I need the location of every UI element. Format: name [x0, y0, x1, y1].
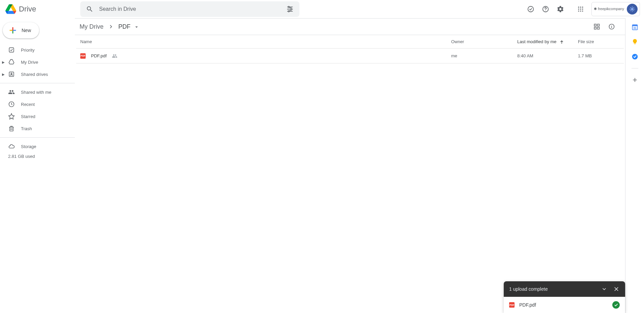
svg-rect-21	[597, 24, 599, 26]
toast-title: 1 upload complete	[509, 286, 548, 292]
col-owner[interactable]: Owner	[451, 39, 517, 44]
svg-point-2	[291, 8, 292, 10]
drive-logo-icon	[5, 4, 16, 15]
sidebar-item-label: Storage	[21, 144, 36, 149]
org-chip[interactable]: ✱ freepikcompany	[591, 2, 640, 16]
cell-modified: 8:40 AM	[517, 53, 578, 58]
upload-toast: 1 upload complete PDF PDF.pdf	[504, 281, 625, 313]
toast-row[interactable]: PDF PDF.pdf	[504, 297, 625, 313]
search-box[interactable]	[80, 1, 299, 17]
svg-point-14	[580, 10, 581, 11]
svg-text:31: 31	[633, 26, 637, 30]
avatar[interactable]	[627, 4, 638, 15]
keep-icon[interactable]	[632, 38, 638, 45]
my-drive-icon	[8, 59, 15, 65]
header: Drive ✱ fr	[0, 0, 644, 18]
svg-point-25	[611, 25, 612, 26]
check-icon	[612, 301, 620, 309]
new-button-label: New	[22, 28, 31, 33]
file-name: PDF.pdf	[91, 53, 107, 58]
collapse-icon[interactable]	[598, 283, 610, 295]
file-table: Name Owner Last modified by me File size…	[75, 35, 625, 63]
sidebar-item-starred[interactable]: Starred	[0, 110, 75, 122]
sidebar-item-storage[interactable]: Storage	[0, 140, 75, 152]
cell-size: 1.7 MB	[578, 53, 618, 58]
sidebar-item-shared-with-me[interactable]: Shared with me	[0, 86, 75, 98]
search-input[interactable]	[96, 6, 283, 12]
cloud-icon	[8, 143, 15, 150]
chevron-right-icon[interactable]: ▶	[2, 60, 5, 64]
org-label: ✱ freepikcompany	[594, 7, 624, 11]
grid-view-icon[interactable]	[590, 20, 604, 33]
tasks-icon[interactable]	[632, 53, 638, 60]
main: My Drive PDF	[75, 18, 625, 313]
svg-point-13	[578, 10, 579, 11]
cell-name: PDF PDF.pdf	[80, 53, 451, 59]
pdf-icon: PDF	[509, 302, 515, 308]
svg-point-9	[582, 6, 583, 7]
sidebar-item-priority[interactable]: Priority	[0, 44, 75, 56]
clock-icon	[8, 101, 15, 108]
sidebar-item-shared-drives[interactable]: ▶ Shared drives	[0, 68, 75, 80]
chevron-right-icon	[108, 23, 114, 30]
sidebar-item-recent[interactable]: Recent	[0, 98, 75, 110]
breadcrumb-current[interactable]: PDF	[116, 22, 142, 32]
shared-icon	[112, 53, 117, 59]
svg-point-3	[288, 10, 290, 12]
dropdown-icon	[134, 24, 140, 30]
sidebar-item-label: Trash	[21, 126, 32, 131]
storage-used: 2.81 GB used	[0, 152, 75, 159]
toast-file-name: PDF.pdf	[519, 302, 536, 308]
right-rail: 31	[625, 18, 644, 313]
breadcrumb-root[interactable]: My Drive	[78, 22, 106, 32]
shared-drives-icon	[8, 71, 15, 78]
logo[interactable]: Drive	[3, 4, 78, 15]
sidebar: New Priority ▶ My Drive ▶ Shared drives	[0, 18, 75, 313]
path-actions	[590, 20, 618, 33]
details-icon[interactable]	[605, 20, 618, 33]
col-modified[interactable]: Last modified by me	[517, 39, 578, 45]
svg-rect-20	[594, 24, 596, 26]
calendar-icon[interactable]: 31	[632, 24, 638, 30]
header-actions: ✱ freepikcompany	[524, 2, 641, 16]
sidebar-item-my-drive[interactable]: ▶ My Drive	[0, 56, 75, 68]
search-icon[interactable]	[83, 2, 96, 16]
app-name: Drive	[19, 5, 36, 13]
sidebar-item-label: Priority	[21, 48, 34, 53]
add-icon[interactable]	[632, 77, 638, 83]
svg-point-18	[11, 73, 12, 74]
priority-icon	[8, 47, 15, 53]
table-row[interactable]: PDF PDF.pdf me 8:40 AM 1.7 MB	[76, 49, 624, 63]
svg-point-1	[288, 6, 290, 7]
ready-offline-icon[interactable]	[524, 2, 537, 16]
apps-icon[interactable]	[574, 2, 587, 16]
svg-point-15	[582, 10, 583, 11]
toast-header: 1 upload complete	[504, 281, 625, 297]
breadcrumb-current-label: PDF	[118, 23, 130, 30]
settings-icon[interactable]	[554, 2, 567, 16]
svg-point-4	[528, 6, 534, 12]
help-icon[interactable]	[539, 2, 552, 16]
chevron-right-icon[interactable]: ▶	[2, 73, 5, 76]
plus-icon	[8, 26, 18, 35]
svg-point-10	[578, 8, 579, 9]
breadcrumb: My Drive PDF	[76, 22, 142, 32]
svg-point-12	[582, 8, 583, 9]
divider	[0, 137, 75, 138]
svg-point-11	[580, 8, 581, 9]
close-icon[interactable]	[610, 283, 622, 295]
cell-owner: me	[451, 53, 517, 58]
sidebar-item-label: Recent	[21, 102, 35, 107]
table-header: Name Owner Last modified by me File size	[76, 35, 624, 49]
star-icon	[8, 113, 15, 120]
search-options-icon[interactable]	[283, 2, 297, 16]
svg-point-8	[580, 6, 581, 7]
svg-rect-16	[9, 48, 13, 52]
col-name[interactable]: Name	[80, 39, 451, 44]
new-button[interactable]: New	[3, 22, 39, 38]
col-size[interactable]: File size	[578, 39, 618, 44]
people-icon	[8, 89, 15, 95]
svg-rect-23	[597, 27, 599, 29]
sidebar-item-trash[interactable]: Trash	[0, 122, 75, 135]
sidebar-item-label: Starred	[21, 114, 35, 119]
